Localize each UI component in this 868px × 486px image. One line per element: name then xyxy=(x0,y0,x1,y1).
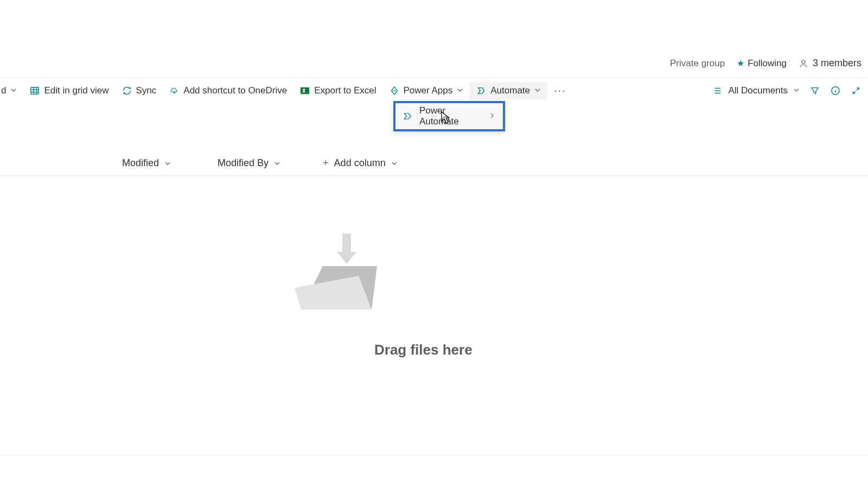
cmd-powerapps-label: Power Apps xyxy=(404,85,453,96)
following-toggle[interactable]: ★ Following xyxy=(737,58,787,69)
cmd-partial-label: d xyxy=(1,85,6,96)
chevron-down-icon xyxy=(457,85,463,96)
col-label: Modified By xyxy=(218,157,269,169)
power-apps-icon xyxy=(390,86,399,96)
footer-divider xyxy=(0,455,868,456)
chevron-down-icon xyxy=(793,85,800,96)
excel-icon xyxy=(300,86,310,96)
view-selector[interactable]: All Documents xyxy=(713,85,800,96)
site-info-bar: Private group ★ Following 3 members xyxy=(670,58,861,69)
svg-rect-2 xyxy=(301,87,309,94)
cmd-sync-label: Sync xyxy=(136,85,157,96)
dropdown-item-label: Power Automate xyxy=(419,105,482,127)
col-header-add[interactable]: + Add column xyxy=(323,157,398,169)
dropdown-item-power-automate[interactable]: Power Automate xyxy=(395,103,503,129)
power-automate-icon xyxy=(403,111,413,121)
filter-icon[interactable] xyxy=(809,85,820,96)
chevron-down-icon xyxy=(391,160,398,167)
cmd-sync[interactable]: Sync xyxy=(116,82,163,99)
cmd-edit-grid-label: Edit in grid view xyxy=(44,85,108,96)
command-bar: d Edit in grid view Sync xyxy=(0,78,868,103)
empty-state-illustration xyxy=(293,233,391,331)
members-label: 3 members xyxy=(813,58,861,69)
cmd-automate-label: Automate xyxy=(490,85,530,96)
col-header-modified[interactable]: Modified xyxy=(122,157,171,169)
command-bar-right: All Documents xyxy=(713,85,868,96)
cmd-shortcut-label: Add shortcut to OneDrive xyxy=(183,85,287,96)
column-headers: Modified Modified By + Add column xyxy=(0,151,868,176)
cmd-automate[interactable]: Automate xyxy=(470,82,547,99)
col-header-modified-by[interactable]: Modified By xyxy=(218,157,280,169)
folder-drop-icon xyxy=(290,233,393,331)
svg-rect-5 xyxy=(342,233,351,253)
person-icon xyxy=(799,59,808,68)
cmd-shortcut-onedrive[interactable]: Add shortcut to OneDrive xyxy=(163,82,293,99)
view-label: All Documents xyxy=(728,85,788,96)
list-icon xyxy=(713,86,723,96)
following-label: Following xyxy=(748,58,787,69)
expand-icon[interactable] xyxy=(851,85,861,96)
chevron-down-icon xyxy=(164,160,171,167)
svg-rect-1 xyxy=(31,87,39,94)
command-bar-left: d Edit in grid view Sync xyxy=(0,81,573,100)
private-group-label: Private group xyxy=(670,58,725,69)
onedrive-shortcut-icon xyxy=(169,86,179,96)
cmd-export-excel[interactable]: Export to Excel xyxy=(293,82,382,99)
cmd-power-apps[interactable]: Power Apps xyxy=(383,82,470,99)
info-icon[interactable] xyxy=(830,85,841,96)
sync-icon xyxy=(122,86,132,96)
star-icon: ★ xyxy=(737,58,744,68)
cmd-export-label: Export to Excel xyxy=(314,85,376,96)
plus-icon: + xyxy=(323,157,329,169)
cmd-partial-first[interactable]: d xyxy=(0,82,23,99)
empty-state-text: Drag files here xyxy=(374,342,473,358)
automate-icon xyxy=(476,86,486,96)
chevron-right-icon xyxy=(489,111,495,122)
cmd-more[interactable]: ··· xyxy=(547,81,573,100)
automate-dropdown: Power Automate xyxy=(393,101,505,131)
col-label: Add column xyxy=(334,157,386,169)
col-label: Modified xyxy=(122,157,159,169)
chevron-down-icon xyxy=(274,160,280,167)
svg-point-0 xyxy=(802,60,805,64)
chevron-down-icon xyxy=(534,85,541,96)
grid-icon xyxy=(30,86,40,96)
more-icon: ··· xyxy=(554,84,566,97)
chevron-down-icon xyxy=(10,85,17,96)
cmd-edit-grid[interactable]: Edit in grid view xyxy=(23,82,115,99)
members-link[interactable]: 3 members xyxy=(799,58,861,69)
